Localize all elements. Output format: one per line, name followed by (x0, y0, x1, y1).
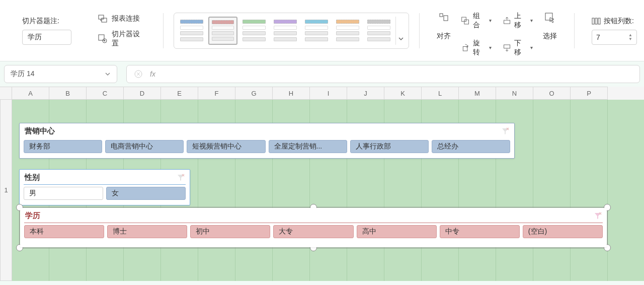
slicer-item[interactable]: 人事行政部 (350, 140, 429, 153)
slicer-edu-title: 学历 (25, 211, 40, 221)
slicer-item[interactable]: 财务部 (24, 140, 102, 153)
slicer-item[interactable]: 男 (24, 187, 103, 200)
sheet: ABCDEFGHIJKLMNOP 1 营销中心 财务部电商营销中心短视频营销中心… (0, 87, 644, 281)
send-backward-button[interactable]: 下移▾ (502, 38, 534, 58)
svg-rect-1 (102, 18, 107, 22)
align-button[interactable] (437, 11, 451, 25)
chevron-down-icon (398, 36, 404, 42)
group-icon (461, 16, 469, 26)
column-header[interactable]: F (198, 87, 235, 100)
style-swatch[interactable] (177, 17, 206, 45)
up-icon (503, 16, 511, 26)
slicer-dept[interactable]: 营销中心 财务部电商营销中心短视频营销中心全屋定制营销...人事行政部总经办 (19, 123, 515, 159)
clear-filter-icon[interactable] (501, 127, 509, 135)
arrange-group: 对齐 组合▾ 旋转▾ 上移▾ 下移▾ (430, 11, 564, 51)
chevron-down-icon: ▾ (530, 45, 533, 50)
formula-row: 学历 14 fx (0, 61, 644, 87)
column-header[interactable]: P (571, 87, 608, 100)
slicer-title: 性别 (24, 173, 186, 185)
clear-filter-icon[interactable] (177, 174, 185, 182)
column-header[interactable]: O (533, 87, 571, 100)
style-gallery (174, 13, 409, 49)
style-swatch[interactable] (271, 17, 300, 45)
slicer-items: 男女 (24, 187, 186, 200)
style-swatch[interactable] (208, 17, 237, 45)
style-swatch[interactable] (333, 17, 362, 45)
slicer-dept-title: 营销中心 (25, 126, 55, 136)
cancel-icon[interactable] (134, 69, 143, 79)
column-header[interactable]: D (124, 87, 161, 100)
select-icon (544, 12, 556, 24)
bring-forward-label: 上移 (514, 12, 526, 30)
column-header[interactable]: C (87, 87, 124, 100)
spin-down-icon[interactable]: ▼ (628, 37, 632, 41)
row-header[interactable]: 1 (0, 100, 12, 281)
svg-rect-12 (545, 13, 552, 20)
fx-icon[interactable]: fx (150, 70, 155, 78)
slicer-item[interactable]: 女 (106, 187, 186, 200)
style-swatch[interactable] (302, 17, 331, 45)
formula-input[interactable] (163, 65, 632, 83)
column-header[interactable]: A (12, 87, 49, 100)
select-pane-button[interactable] (543, 11, 557, 25)
column-header[interactable]: H (273, 87, 310, 100)
slicer-item[interactable]: 中专 (440, 225, 520, 238)
slicer-item[interactable]: (空白) (523, 225, 603, 238)
column-header[interactable]: N (496, 87, 533, 100)
bring-forward-button[interactable]: 上移▾ (502, 11, 534, 31)
align-label: 对齐 (437, 32, 451, 41)
ribbon-separator (163, 13, 164, 48)
slicer-education[interactable]: 学历 本科博士初中大专高中中专(空白) (20, 208, 607, 247)
slicer-settings-icon (98, 34, 108, 44)
style-swatch[interactable] (239, 17, 269, 45)
column-header[interactable]: G (235, 87, 273, 100)
slicer-item[interactable]: 初中 (190, 225, 270, 238)
column-header[interactable]: B (49, 87, 87, 100)
name-box[interactable]: 学历 14 (4, 65, 117, 83)
columns-icon (592, 17, 601, 26)
slicer-title: 学历 (24, 211, 603, 223)
svg-rect-13 (592, 18, 594, 24)
spinner[interactable]: ▲▼ (628, 33, 632, 41)
column-header[interactable]: I (310, 87, 347, 100)
slicer-item[interactable]: 大专 (273, 225, 353, 238)
select-all-corner[interactable] (0, 87, 12, 100)
formula-bar: fx (126, 65, 640, 83)
style-swatch[interactable] (364, 17, 393, 45)
row-headers: 1 (0, 100, 12, 281)
clear-filter-icon[interactable] (594, 212, 602, 220)
slicer-item[interactable]: 本科 (24, 225, 104, 238)
button-columns-input[interactable]: 7 ▲▼ (592, 30, 637, 45)
group-button[interactable]: 组合▾ (460, 11, 492, 31)
slicer-item[interactable]: 短视频营销中心 (187, 140, 265, 153)
group-label: 组合 (473, 12, 485, 30)
slicer-item[interactable]: 电商营销中心 (105, 140, 184, 153)
slicer-item[interactable]: 高中 (357, 225, 437, 238)
report-connection-icon (98, 14, 108, 24)
column-header[interactable]: E (161, 87, 198, 100)
caption-input[interactable] (22, 30, 71, 45)
slicer-items: 财务部电商营销中心短视频营销中心全屋定制营销...人事行政部总经办 (24, 140, 510, 153)
svg-rect-0 (99, 15, 104, 19)
column-header[interactable]: L (422, 87, 459, 100)
slicer-item[interactable]: 全屋定制营销... (269, 140, 347, 153)
down-icon (503, 43, 511, 53)
gallery-more-button[interactable] (395, 17, 406, 45)
slicer-settings-button[interactable]: 切片器设置 (96, 29, 146, 49)
slicer-gender-title: 性别 (25, 173, 40, 182)
name-box-value: 学历 14 (11, 69, 34, 79)
report-connections-button[interactable]: 报表连接 (96, 13, 146, 25)
slicer-item[interactable]: 博士 (107, 225, 187, 238)
column-header[interactable]: M (459, 87, 496, 100)
cells[interactable]: 营销中心 财务部电商营销中心短视频营销中心全屋定制营销...人事行政部总经办 性… (12, 100, 644, 281)
rotate-button[interactable]: 旋转▾ (460, 38, 492, 58)
report-connections-label: 报表连接 (112, 14, 140, 23)
slicer-item[interactable]: 总经办 (432, 140, 510, 153)
column-header[interactable]: K (384, 87, 422, 100)
slicer-gender[interactable]: 性别 男女 (19, 169, 190, 205)
align-icon (438, 12, 450, 24)
svg-rect-8 (464, 20, 469, 24)
column-header[interactable]: J (347, 87, 384, 100)
send-backward-label: 下移 (514, 39, 526, 57)
svg-rect-6 (444, 16, 448, 21)
